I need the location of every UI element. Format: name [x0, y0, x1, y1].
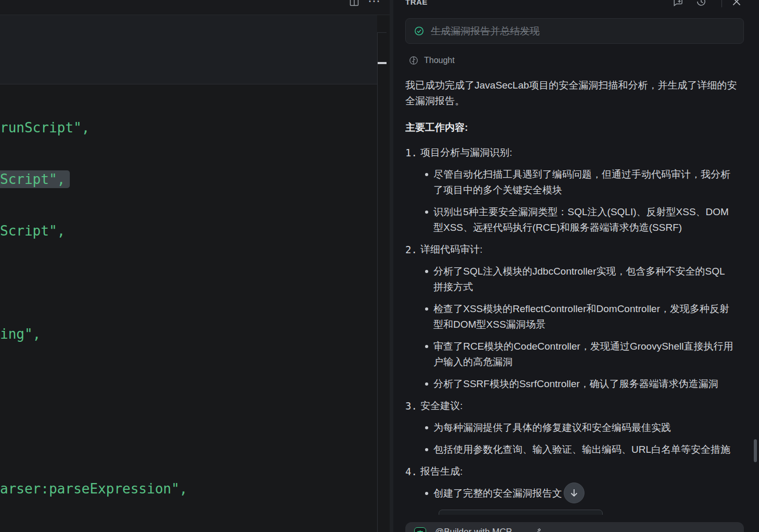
close-icon[interactable]: [731, 0, 742, 7]
bullet-item: 包括使用参数化查询、输入验证、输出编码、URL白名单等安全措施: [405, 442, 745, 457]
bullet-item: 尽管自动化扫描工具遇到了编码问题，但通过手动代码审计，我分析了项目中的多个关键安…: [405, 167, 745, 198]
thought-icon: [409, 56, 418, 65]
thought-label: Thought: [424, 56, 455, 65]
split-editor-icon[interactable]: [349, 0, 359, 7]
agent-mention-label[interactable]: @Builder with MCP: [435, 527, 512, 532]
editor-empty-region: [0, 15, 377, 84]
bullet-dot: [425, 426, 428, 429]
bullet-dot: [425, 270, 428, 273]
list-item: 1. 项目分析与漏洞识别: 尽管自动化扫描工具遇到了编码问题，但通过手动代码审计…: [405, 145, 745, 236]
builder-agent-icon: [414, 527, 426, 532]
header-divider: [721, 0, 722, 7]
thought-toggle[interactable]: Thought: [409, 56, 455, 65]
panel-title: TRAE: [405, 0, 428, 6]
minimap-border: [377, 32, 378, 532]
bullet-dot: [425, 173, 428, 176]
bullet-dot: [425, 211, 428, 214]
list-number: 2.: [405, 242, 420, 257]
task-label: 生成漏洞报告并总结发现: [431, 24, 540, 38]
list-number: 1.: [405, 145, 420, 160]
code-line[interactable]: [0, 429, 377, 446]
list-title: 详细代码审计:: [420, 242, 482, 257]
history-icon[interactable]: [695, 0, 707, 7]
editor-tab-bar: ⋯: [0, 0, 390, 15]
bullet-item: 审查了RCE模块的CodeController，发现通过GroovyShell直…: [405, 339, 745, 370]
code-line[interactable]: arser:parseExpression",: [0, 480, 377, 498]
list-number: 3.: [405, 398, 420, 414]
panel-resizer[interactable]: [390, 0, 393, 532]
code-line[interactable]: ing",: [0, 326, 377, 343]
panel-scrollbar-thumb[interactable]: [754, 439, 757, 462]
check-circle-icon: [414, 26, 424, 36]
list-item: 3. 安全建议: 为每种漏洞提供了具体的修复建议和安全编码最佳实践 包括使用参数…: [405, 398, 745, 457]
bullet-dot: [425, 345, 428, 348]
task-card[interactable]: 生成漏洞报告并总结发现: [405, 18, 744, 44]
tools-icon: [532, 528, 542, 532]
assistant-message: 我已成功完成了JavaSecLab项目的安全漏洞扫描和分析，并生成了详细的安全漏…: [405, 78, 745, 515]
bullet-text: 检查了XSS模块的ReflectController和DomController…: [433, 301, 735, 332]
bullet-dot: [425, 492, 428, 495]
report-file-chip[interactable]: security_vulnerability_report.md: [439, 510, 603, 515]
code-line[interactable]: [0, 274, 377, 291]
bullet-text: 识别出5种主要安全漏洞类型：SQL注入(SQLI)、反射型XSS、DOM型XSS…: [433, 204, 735, 236]
scroll-to-bottom-button[interactable]: [564, 482, 584, 503]
bullet-text: 分析了SQL注入模块的JdbcController实现，包含多种不安全的SQL拼…: [433, 264, 735, 295]
bullet-dot: [425, 307, 428, 311]
message-intro: 我已成功完成了JavaSecLab项目的安全漏洞扫描和分析，并生成了详细的安全漏…: [405, 78, 745, 109]
arrow-down-icon: [569, 488, 579, 498]
code-content: runScript", Script", Script", ing", arse…: [0, 85, 377, 532]
code-line[interactable]: [0, 377, 377, 394]
bullet-text: 创建了完整的安全漏洞报告文: [433, 486, 562, 501]
list-title: 报告生成:: [420, 464, 463, 479]
bullet-item: 为每种漏洞提供了具体的修复建议和安全编码最佳实践: [405, 420, 745, 436]
app-window: ⋯ runScript", Script", Script", ing", ar…: [0, 0, 759, 532]
bullet-item: 分析了SSRF模块的SsrfController，确认了服务器端请求伪造漏洞: [405, 376, 745, 392]
bullet-dot: [425, 448, 428, 451]
list-title: 项目分析与漏洞识别:: [420, 145, 512, 160]
bullet-text: 包括使用参数化查询、输入验证、输出编码、URL白名单等安全措施: [433, 442, 730, 457]
list-title: 安全建议:: [420, 398, 463, 414]
bullet-item: 检查了XSS模块的ReflectController和DomController…: [405, 301, 745, 332]
bullet-text: 为每种漏洞提供了具体的修复建议和安全编码最佳实践: [433, 420, 671, 436]
code-line[interactable]: runScript",: [0, 119, 377, 137]
bullet-text: 审查了RCE模块的CodeController，发现通过GroovyShell直…: [433, 339, 735, 370]
list-item: 2. 详细代码审计: 分析了SQL注入模块的JdbcController实现，包…: [405, 242, 745, 392]
code-editor[interactable]: ⋯ runScript", Script", Script", ing", ar…: [0, 0, 390, 532]
bullet-item: 分析了SQL注入模块的JdbcController实现，包含多种不安全的SQL拼…: [405, 264, 745, 295]
code-line-highlighted[interactable]: Script",: [0, 171, 377, 188]
bullet-text: 尽管自动化扫描工具遇到了编码问题，但通过手动代码审计，我分析了项目中的多个关键安…: [433, 167, 735, 198]
bullet-item: 识别出5种主要安全漏洞类型：SQL注入(SQLI)、反射型XSS、DOM型XSS…: [405, 204, 745, 236]
new-chat-icon[interactable]: [673, 0, 684, 7]
code-line[interactable]: Script",: [0, 222, 377, 240]
bullet-text: 分析了SSRF模块的SsrfController，确认了服务器端请求伪造漏洞: [433, 376, 718, 392]
editor-more-actions-icon[interactable]: ⋯: [368, 0, 381, 8]
message-section-title: 主要工作内容:: [405, 120, 745, 135]
list-number: 4.: [405, 464, 420, 479]
chat-input-area[interactable]: @Builder with MCP: [405, 522, 744, 532]
bullet-dot: [425, 382, 428, 386]
minimap-marker[interactable]: [378, 62, 387, 64]
minimap-top-tick: [377, 32, 387, 33]
trae-assistant-panel: TRAE 生成漏洞报告并总: [393, 0, 759, 532]
